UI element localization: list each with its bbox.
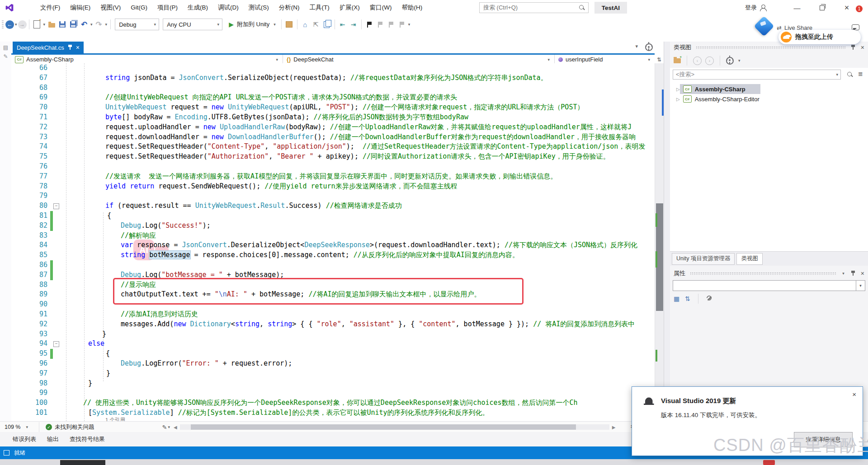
menu-item[interactable]: 窗口(W): [365, 0, 397, 15]
chevron-down-icon[interactable]: ▾: [43, 22, 46, 27]
tree-item-assembly-csharp-editor[interactable]: ▷C#Assembly-CSharp-Editor: [670, 94, 868, 104]
code-line[interactable]: 73request.downloadHandler = new Download…: [11, 132, 655, 142]
code-line[interactable]: 68: [11, 83, 655, 93]
tab-deepseekchat[interactable]: DeepSeekChat.cs ×: [13, 42, 84, 53]
fold-collapse-icon[interactable]: –: [53, 341, 59, 347]
chevron-down-icon[interactable]: ▾: [738, 58, 741, 63]
navigate-back-button[interactable]: ←: [5, 20, 14, 29]
menu-item[interactable]: 视图(V): [95, 0, 126, 15]
code-line[interactable]: 66: [11, 63, 655, 73]
minimize-button[interactable]: —: [785, 0, 809, 15]
server-explorer-icon[interactable]: ▤: [3, 44, 9, 51]
increase-indent-button[interactable]: ⇥: [348, 19, 359, 30]
copy-docs-button[interactable]: [321, 19, 332, 30]
package-button[interactable]: [284, 19, 295, 30]
navigate-forward-button[interactable]: →: [18, 20, 27, 29]
close-tab-icon[interactable]: ×: [76, 44, 80, 51]
window-options-gear-icon[interactable]: [645, 43, 653, 51]
scroll-left-icon[interactable]: ◀: [174, 425, 177, 430]
chevron-down-icon[interactable]: ▾: [15, 22, 17, 27]
restore-button[interactable]: [810, 0, 834, 15]
menu-item[interactable]: 文件(F): [35, 0, 65, 15]
expand-arrow-icon[interactable]: ▷: [676, 87, 680, 92]
code-line[interactable]: 70UnityWebRequest request = new UnityWeb…: [11, 103, 655, 113]
code-editor[interactable]: AI✎ 6667string jsonData = JsonConvert.Se…: [11, 63, 655, 421]
chevron-down-icon[interactable]: ▾: [168, 425, 170, 429]
code-line[interactable]: 84var response = JsonConvert.Deserialize…: [11, 240, 655, 250]
breadcrumb-member[interactable]: userInputField ▾: [555, 55, 655, 64]
code-line[interactable]: 69//创建UnityWebRequest 向指定的API URL发送一个POS…: [11, 93, 655, 103]
code-line[interactable]: 100// 使用这些类，Unity将能够将JSON响应反序列化为一个DeepSe…: [11, 398, 655, 408]
code-line[interactable]: 96Debug.LogError("Error: " + request.err…: [11, 359, 655, 369]
code-line[interactable]: 74request.SetRequestHeader("Content-Type…: [11, 142, 655, 152]
pin-icon[interactable]: [851, 271, 855, 276]
menu-item[interactable]: 项目(P): [152, 0, 183, 15]
select-tool-button[interactable]: ⇱: [311, 19, 321, 30]
panel-tab-class-view[interactable]: 类视图: [736, 253, 763, 265]
tab-list-dropdown-icon[interactable]: ▾: [635, 43, 638, 51]
menu-item[interactable]: 分析(N): [274, 0, 305, 15]
annotate-pen-icon[interactable]: ✎: [162, 424, 167, 431]
taskbar-button[interactable]: [60, 460, 105, 465]
chevron-down-icon[interactable]: ▾: [408, 22, 410, 27]
panel-tab-unity-project-explorer[interactable]: Unity 项目资源管理器: [672, 253, 735, 265]
code-line[interactable]: 98}: [11, 379, 655, 389]
fold-collapse-icon[interactable]: –: [53, 203, 59, 209]
settings-gear-icon[interactable]: [726, 57, 734, 65]
close-panel-icon[interactable]: ×: [861, 44, 864, 51]
code-line[interactable]: 78yield return request.SendWebRequest();…: [11, 182, 655, 192]
pin-icon[interactable]: [68, 45, 72, 50]
new-file-button[interactable]: [32, 19, 42, 30]
open-file-button[interactable]: [46, 19, 57, 30]
chevron-down-icon[interactable]: ▾: [842, 271, 844, 276]
menu-item[interactable]: 调试(D): [213, 0, 244, 15]
menu-item[interactable]: 工具(T): [305, 0, 335, 15]
bottom-tab[interactable]: 查找符号结果: [65, 433, 109, 445]
decrease-indent-button[interactable]: ⇤: [337, 19, 348, 30]
categorize-icon[interactable]: ▦: [674, 295, 679, 302]
editor-vertical-scrollbar[interactable]: [655, 63, 664, 421]
code-line[interactable]: 85string botMessage = response.choices[0…: [11, 250, 655, 260]
code-line[interactable]: 81{: [11, 211, 655, 221]
pin-icon[interactable]: [851, 45, 855, 50]
close-panel-icon[interactable]: ×: [861, 270, 864, 277]
tree-item-assembly-csharp[interactable]: ▷C#Assembly-CSharp: [670, 84, 868, 94]
toolbox-icon[interactable]: ✎: [3, 53, 9, 60]
health-status[interactable]: 未找到相关问题: [55, 423, 94, 431]
drag-upload-button[interactable]: 拖拽至此上传: [778, 30, 861, 44]
code-line[interactable]: 80–if (request.result == UnityWebRequest…: [11, 201, 655, 211]
menu-item[interactable]: 测试(S): [244, 0, 274, 15]
undo-button[interactable]: ↶: [79, 19, 90, 30]
menu-item[interactable]: 编辑(E): [65, 0, 95, 15]
hscroll-thumb[interactable]: [191, 424, 576, 430]
next-bookmark-button[interactable]: [386, 19, 396, 30]
toggle-bookmark-button[interactable]: [364, 19, 375, 30]
back-icon[interactable]: ‹: [693, 56, 702, 65]
code-line[interactable]: 71byte[] bodyRaw = Encoding.UTF8.GetByte…: [11, 113, 655, 122]
code-line[interactable]: 91//添加AI消息到对话历史: [11, 310, 655, 319]
code-line[interactable]: 83//解析响应: [11, 231, 655, 241]
attach-to-unity-button[interactable]: ▶ 附加到 Unity ▾: [229, 20, 277, 28]
popup-close-icon[interactable]: ×: [852, 390, 856, 398]
platform-dropdown[interactable]: Any CPU▾: [163, 19, 222, 30]
alphabetical-sort-icon[interactable]: ⇅: [685, 295, 690, 302]
solution-config-dropdown[interactable]: Debug▾: [115, 19, 159, 30]
save-button[interactable]: [57, 19, 68, 30]
code-line[interactable]: 94–else: [11, 339, 655, 349]
code-line[interactable]: 82Debug.Log("Success!");: [11, 221, 655, 231]
save-all-button[interactable]: [68, 19, 79, 30]
chevron-down-icon[interactable]: ▾: [105, 22, 108, 27]
code-line[interactable]: 77//发送请求 发送一个网络请求到服务器，获取AI模型的回复，并将该回复显示在…: [11, 172, 655, 182]
quick-search-box[interactable]: 搜索 (Ctrl+Q): [479, 2, 589, 13]
menu-item[interactable]: 扩展(X): [335, 0, 365, 15]
menu-item[interactable]: 帮助(H): [396, 0, 427, 15]
sign-in-button[interactable]: 登录: [745, 0, 766, 15]
expand-arrow-icon[interactable]: ▷: [676, 97, 680, 102]
menu-item[interactable]: 生成(B): [183, 0, 213, 15]
wrench-icon[interactable]: [706, 296, 712, 302]
breadcrumb-project[interactable]: C# Assembly-CSharp ▾: [11, 55, 283, 64]
home-button[interactable]: ⌂: [300, 19, 311, 30]
code-line[interactable]: 76: [11, 162, 655, 172]
redo-button[interactable]: ↷: [94, 19, 104, 30]
code-line[interactable]: 92messages.Add(new Dictionary<string, st…: [11, 319, 655, 329]
